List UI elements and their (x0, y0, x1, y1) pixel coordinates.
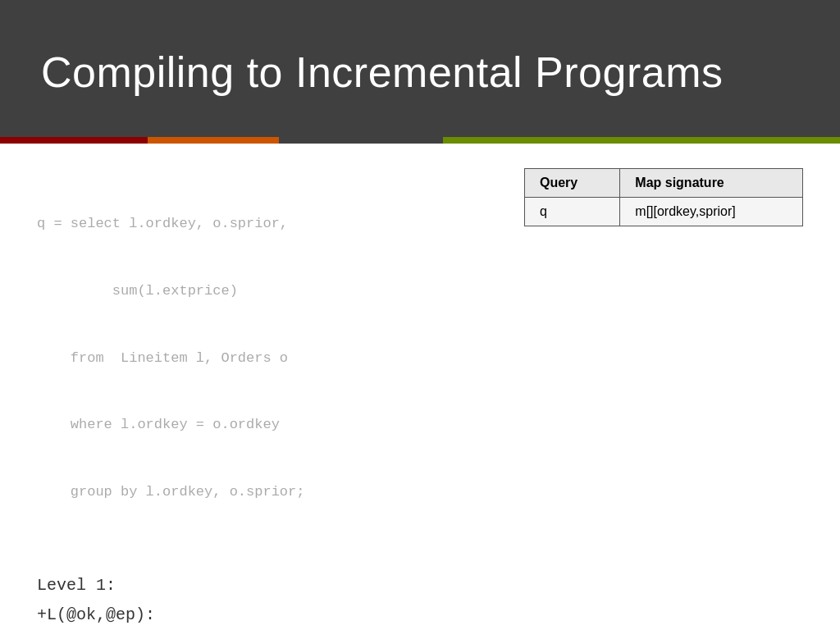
sql-line-3: from Lineitem l, Orders o (37, 347, 491, 369)
bar-green (443, 137, 840, 144)
page-title: Compiling to Incremental Programs (41, 48, 724, 97)
table-cell-query: q (525, 198, 620, 226)
query-table: Query Map signature q m[][ordkey,sprior] (524, 168, 803, 226)
bar-red (0, 137, 148, 144)
sql-line-5: group by l.ordkey, o.sprior; (37, 481, 491, 503)
sql-line-1: q = select l.ordkey, o.sprior, (37, 212, 491, 235)
trigger-line: +L(@ok,@ep): (37, 601, 803, 629)
table-cell-map-sig: m[][ordkey,sprior] (620, 198, 803, 226)
top-content: q = select l.ordkey, o.sprior, sum(l.ext… (0, 144, 840, 564)
table-row: q m[][ordkey,sprior] (525, 198, 803, 226)
sql-line-4: where l.ordkey = o.ordkey (37, 413, 491, 436)
table-header-row: Query Map signature (525, 169, 803, 198)
sql-line-2: sum(l.extprice) (37, 280, 491, 302)
table-header-map-sig: Map signature (620, 169, 803, 198)
map-signature-table: Query Map signature q m[][ordkey,sprior] (524, 168, 803, 547)
table-header-query: Query (525, 169, 620, 198)
bar-gap (279, 137, 443, 144)
bar-orange (148, 137, 279, 144)
level-label: Level 1: (37, 572, 803, 600)
header: Compiling to Incremental Programs (0, 0, 840, 144)
color-bar (0, 137, 840, 144)
sql-query-block: q = select l.ordkey, o.sprior, sum(l.ext… (37, 168, 491, 547)
level-block: Level 1: +L(@ok,@ep): m[][ordkey,sprior]… (0, 564, 840, 630)
